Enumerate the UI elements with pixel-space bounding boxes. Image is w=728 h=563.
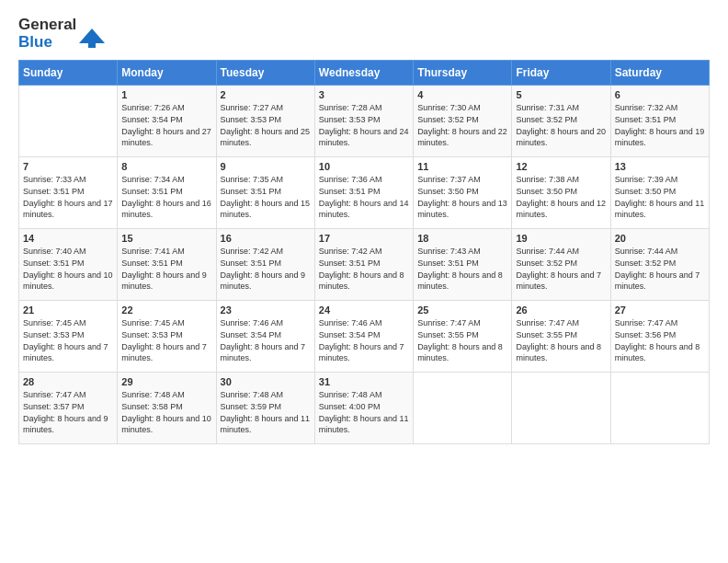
day-info: Sunrise: 7:45 AM Sunset: 3:53 PM Dayligh…	[23, 317, 113, 363]
day-info: Sunrise: 7:48 AM Sunset: 4:00 PM Dayligh…	[319, 389, 409, 435]
calendar-cell: 11 Sunrise: 7:37 AM Sunset: 3:50 PM Dayl…	[414, 157, 512, 229]
calendar-cell: 7 Sunrise: 7:33 AM Sunset: 3:51 PM Dayli…	[19, 157, 118, 229]
calendar-cell: 22 Sunrise: 7:45 AM Sunset: 3:53 PM Dayl…	[118, 301, 216, 373]
day-number: 22	[121, 304, 211, 316]
calendar-cell: 28 Sunrise: 7:47 AM Sunset: 3:57 PM Dayl…	[19, 373, 118, 444]
calendar-cell: 3 Sunrise: 7:28 AM Sunset: 3:53 PM Dayli…	[314, 86, 413, 157]
calendar-cell: 27 Sunrise: 7:47 AM Sunset: 3:56 PM Dayl…	[610, 301, 709, 373]
day-number: 4	[417, 89, 507, 100]
calendar-cell: 20 Sunrise: 7:44 AM Sunset: 3:52 PM Dayl…	[610, 229, 709, 301]
calendar-week-5: 28 Sunrise: 7:47 AM Sunset: 3:57 PM Dayl…	[19, 373, 710, 444]
calendar-cell: 14 Sunrise: 7:40 AM Sunset: 3:51 PM Dayl…	[19, 229, 118, 301]
header-cell-sunday: Sunday	[19, 61, 118, 86]
day-info: Sunrise: 7:46 AM Sunset: 3:54 PM Dayligh…	[319, 317, 409, 363]
day-number: 27	[615, 304, 705, 316]
day-info: Sunrise: 7:28 AM Sunset: 3:53 PM Dayligh…	[319, 102, 409, 148]
calendar-cell: 4 Sunrise: 7:30 AM Sunset: 3:52 PM Dayli…	[414, 86, 512, 157]
calendar-cell: 21 Sunrise: 7:45 AM Sunset: 3:53 PM Dayl…	[19, 301, 118, 373]
calendar-cell: 1 Sunrise: 7:26 AM Sunset: 3:54 PM Dayli…	[118, 86, 216, 157]
day-info: Sunrise: 7:34 AM Sunset: 3:51 PM Dayligh…	[121, 174, 211, 220]
calendar-cell	[414, 373, 512, 444]
day-info: Sunrise: 7:37 AM Sunset: 3:50 PM Dayligh…	[417, 174, 507, 220]
day-info: Sunrise: 7:44 AM Sunset: 3:52 PM Dayligh…	[516, 246, 606, 292]
calendar-cell: 16 Sunrise: 7:42 AM Sunset: 3:51 PM Dayl…	[216, 229, 314, 301]
day-info: Sunrise: 7:40 AM Sunset: 3:51 PM Dayligh…	[23, 246, 113, 292]
header-cell-friday: Friday	[512, 61, 610, 86]
day-number: 23	[221, 304, 311, 316]
day-info: Sunrise: 7:30 AM Sunset: 3:52 PM Dayligh…	[417, 102, 507, 148]
day-info: Sunrise: 7:39 AM Sunset: 3:50 PM Dayligh…	[615, 174, 705, 220]
logo: General Blue	[18, 17, 105, 51]
day-number: 8	[121, 161, 211, 172]
calendar-cell: 30 Sunrise: 7:48 AM Sunset: 3:59 PM Dayl…	[216, 373, 314, 444]
day-number: 24	[319, 304, 409, 316]
day-info: Sunrise: 7:45 AM Sunset: 3:53 PM Dayligh…	[121, 317, 211, 363]
day-info: Sunrise: 7:47 AM Sunset: 3:57 PM Dayligh…	[23, 389, 113, 435]
calendar-cell: 25 Sunrise: 7:47 AM Sunset: 3:55 PM Dayl…	[414, 301, 512, 373]
calendar-week-1: 1 Sunrise: 7:26 AM Sunset: 3:54 PM Dayli…	[19, 86, 710, 157]
day-number: 26	[516, 304, 606, 316]
day-info: Sunrise: 7:35 AM Sunset: 3:51 PM Dayligh…	[221, 174, 311, 220]
calendar-cell: 6 Sunrise: 7:32 AM Sunset: 3:51 PM Dayli…	[610, 86, 709, 157]
day-info: Sunrise: 7:31 AM Sunset: 3:52 PM Dayligh…	[516, 102, 606, 148]
day-info: Sunrise: 7:26 AM Sunset: 3:54 PM Dayligh…	[121, 102, 211, 148]
day-number: 28	[23, 376, 113, 387]
day-number: 9	[221, 161, 311, 172]
calendar-table: SundayMondayTuesdayWednesdayThursdayFrid…	[18, 60, 710, 444]
day-number: 5	[516, 89, 606, 100]
header-cell-monday: Monday	[118, 61, 216, 86]
calendar-cell: 19 Sunrise: 7:44 AM Sunset: 3:52 PM Dayl…	[512, 229, 610, 301]
day-number: 18	[417, 233, 507, 244]
day-number: 13	[615, 161, 705, 172]
day-number: 31	[319, 376, 409, 387]
calendar-cell: 26 Sunrise: 7:47 AM Sunset: 3:55 PM Dayl…	[512, 301, 610, 373]
day-number: 29	[121, 376, 211, 387]
calendar-cell: 24 Sunrise: 7:46 AM Sunset: 3:54 PM Dayl…	[314, 301, 413, 373]
header-row: General Blue	[18, 17, 710, 51]
day-info: Sunrise: 7:42 AM Sunset: 3:51 PM Dayligh…	[319, 246, 409, 292]
calendar-cell: 12 Sunrise: 7:38 AM Sunset: 3:50 PM Dayl…	[512, 157, 610, 229]
calendar-cell	[610, 373, 709, 444]
main-container: General Blue SundayMondayTuesdayWednesda…	[0, 0, 728, 454]
day-number: 21	[23, 304, 113, 316]
day-info: Sunrise: 7:36 AM Sunset: 3:51 PM Dayligh…	[319, 174, 409, 220]
day-info: Sunrise: 7:42 AM Sunset: 3:51 PM Dayligh…	[221, 246, 311, 292]
day-number: 15	[121, 233, 211, 244]
calendar-cell: 17 Sunrise: 7:42 AM Sunset: 3:51 PM Dayl…	[314, 229, 413, 301]
day-info: Sunrise: 7:47 AM Sunset: 3:55 PM Dayligh…	[516, 317, 606, 363]
calendar-cell: 13 Sunrise: 7:39 AM Sunset: 3:50 PM Dayl…	[610, 157, 709, 229]
svg-rect-1	[88, 43, 96, 48]
header-cell-thursday: Thursday	[414, 61, 512, 86]
day-info: Sunrise: 7:47 AM Sunset: 3:55 PM Dayligh…	[417, 317, 507, 363]
calendar-cell: 18 Sunrise: 7:43 AM Sunset: 3:51 PM Dayl…	[414, 229, 512, 301]
calendar-body: 1 Sunrise: 7:26 AM Sunset: 3:54 PM Dayli…	[19, 86, 710, 444]
day-info: Sunrise: 7:27 AM Sunset: 3:53 PM Dayligh…	[221, 102, 311, 148]
day-info: Sunrise: 7:38 AM Sunset: 3:50 PM Dayligh…	[516, 174, 606, 220]
header-cell-tuesday: Tuesday	[216, 61, 314, 86]
calendar-cell	[512, 373, 610, 444]
day-number: 11	[417, 161, 507, 172]
day-info: Sunrise: 7:48 AM Sunset: 3:58 PM Dayligh…	[121, 389, 211, 435]
day-info: Sunrise: 7:46 AM Sunset: 3:54 PM Dayligh…	[221, 317, 311, 363]
day-info: Sunrise: 7:44 AM Sunset: 3:52 PM Dayligh…	[615, 246, 705, 292]
calendar-week-3: 14 Sunrise: 7:40 AM Sunset: 3:51 PM Dayl…	[19, 229, 710, 301]
day-number: 16	[221, 233, 311, 244]
calendar-cell: 10 Sunrise: 7:36 AM Sunset: 3:51 PM Dayl…	[314, 157, 413, 229]
logo-blue: Blue	[18, 34, 76, 52]
day-number: 14	[23, 233, 113, 244]
calendar-cell: 29 Sunrise: 7:48 AM Sunset: 3:58 PM Dayl…	[118, 373, 216, 444]
day-number: 7	[23, 161, 113, 172]
header-cell-wednesday: Wednesday	[314, 61, 413, 86]
calendar-week-2: 7 Sunrise: 7:33 AM Sunset: 3:51 PM Dayli…	[19, 157, 710, 229]
day-number: 20	[615, 233, 705, 244]
day-info: Sunrise: 7:48 AM Sunset: 3:59 PM Dayligh…	[221, 389, 311, 435]
day-number: 6	[615, 89, 705, 100]
logo-icon	[79, 25, 105, 51]
calendar-cell: 31 Sunrise: 7:48 AM Sunset: 4:00 PM Dayl…	[314, 373, 413, 444]
calendar-header-row: SundayMondayTuesdayWednesdayThursdayFrid…	[19, 61, 710, 86]
calendar-cell: 8 Sunrise: 7:34 AM Sunset: 3:51 PM Dayli…	[118, 157, 216, 229]
day-info: Sunrise: 7:47 AM Sunset: 3:56 PM Dayligh…	[615, 317, 705, 363]
calendar-cell: 23 Sunrise: 7:46 AM Sunset: 3:54 PM Dayl…	[216, 301, 314, 373]
day-number: 1	[121, 89, 211, 100]
calendar-cell: 2 Sunrise: 7:27 AM Sunset: 3:53 PM Dayli…	[216, 86, 314, 157]
